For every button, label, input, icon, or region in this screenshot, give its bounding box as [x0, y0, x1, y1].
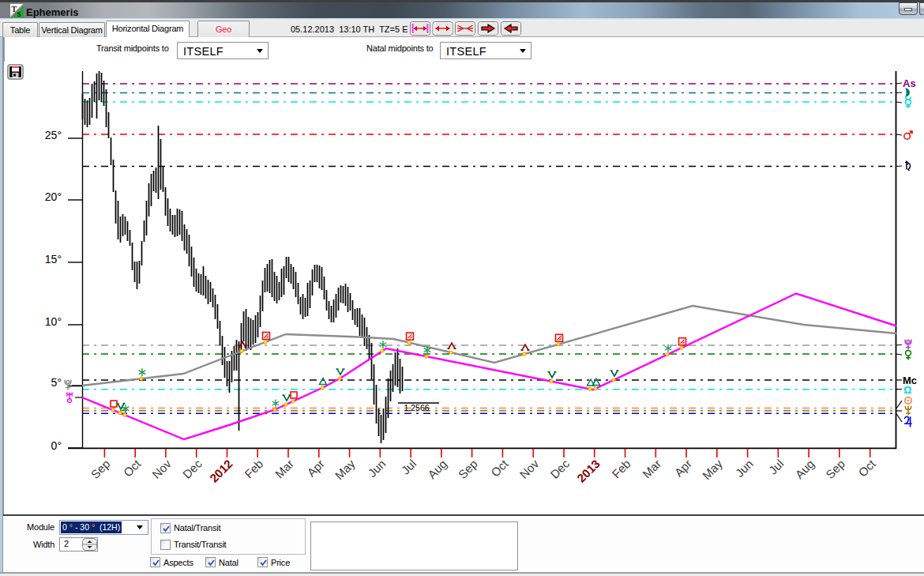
svg-text:Mar: Mar	[640, 457, 663, 480]
svg-text:Sep: Sep	[456, 457, 480, 481]
svg-text:Feb: Feb	[609, 457, 633, 480]
svg-text:Nov: Nov	[149, 457, 174, 481]
svg-text:Dec: Dec	[180, 457, 205, 481]
svg-text:Sep: Sep	[823, 457, 847, 481]
svg-text:Apr: Apr	[304, 457, 327, 480]
svg-text:Jun: Jun	[733, 457, 756, 480]
svg-text:Mar: Mar	[272, 457, 296, 480]
svg-text:15°: 15°	[45, 253, 62, 265]
svg-text:Oct: Oct	[855, 457, 878, 480]
svg-text:Jul: Jul	[399, 457, 419, 477]
svg-text:Dec: Dec	[547, 457, 572, 481]
svg-text:Jul: Jul	[766, 457, 787, 477]
svg-text:May: May	[700, 457, 725, 482]
svg-text:Aug: Aug	[425, 457, 449, 481]
svg-text:0°: 0°	[51, 439, 62, 452]
svg-text:Aug: Aug	[792, 457, 817, 481]
svg-text:20°: 20°	[45, 190, 62, 203]
svg-text:As: As	[903, 77, 916, 89]
svg-text:Nov: Nov	[516, 457, 541, 481]
svg-text:25°: 25°	[45, 129, 62, 141]
svg-text:Sep: Sep	[88, 457, 113, 481]
svg-text:Oct: Oct	[121, 457, 144, 480]
svg-text:May: May	[332, 457, 358, 482]
svg-text:5°: 5°	[51, 376, 62, 389]
svg-text:Apr: Apr	[672, 457, 695, 480]
svg-text:2012: 2012	[207, 457, 235, 485]
svg-text:Oct: Oct	[488, 457, 511, 480]
svg-text:2013: 2013	[574, 457, 603, 485]
svg-text:10°: 10°	[45, 315, 62, 328]
svg-text:1.2566: 1.2566	[404, 403, 430, 412]
svg-text:Jun: Jun	[365, 457, 388, 480]
svg-text:Feb: Feb	[242, 457, 265, 480]
svg-text:Ω: Ω	[903, 384, 911, 396]
